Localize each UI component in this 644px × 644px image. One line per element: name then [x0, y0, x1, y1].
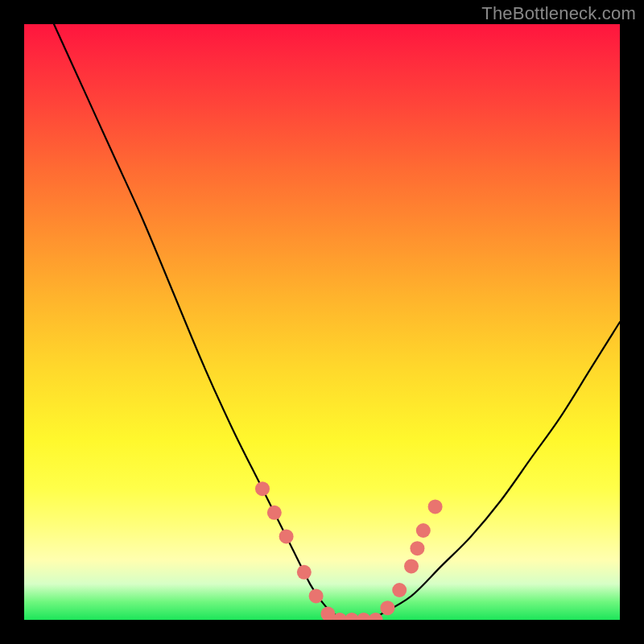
highlight-dot: [392, 583, 407, 597]
highlight-dot: [309, 588, 324, 603]
highlight-dot: [428, 499, 443, 514]
highlight-dot: [297, 565, 312, 580]
bottleneck-curve: [54, 24, 620, 620]
curve-svg: [24, 24, 620, 620]
highlight-dot: [380, 601, 394, 615]
highlight-dot: [416, 523, 431, 538]
highlight-dot: [410, 541, 424, 555]
highlight-dot: [255, 481, 270, 496]
highlight-dot: [267, 506, 282, 520]
highlight-dot: [404, 559, 419, 573]
watermark-text: TheBottleneck.com: [481, 3, 636, 24]
plot-area: [24, 24, 620, 620]
chart-frame: TheBottleneck.com: [0, 0, 644, 644]
highlight-dot: [279, 529, 294, 543]
highlight-dots: [255, 481, 443, 620]
